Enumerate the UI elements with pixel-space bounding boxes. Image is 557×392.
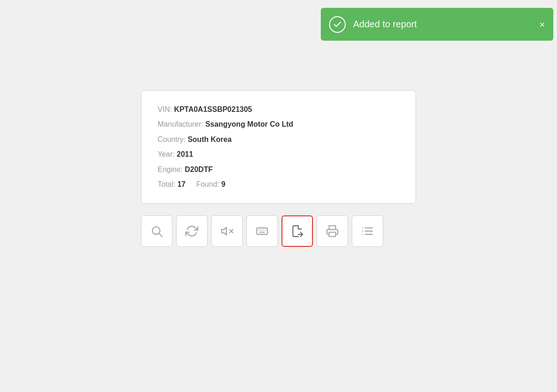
toolbar xyxy=(141,215,383,247)
total-value: 17 xyxy=(178,180,186,188)
country-label: Country: xyxy=(158,135,185,143)
svg-line-1 xyxy=(159,233,162,236)
svg-rect-12 xyxy=(329,232,336,236)
toast-notification: Added to report × xyxy=(321,8,553,41)
search-icon xyxy=(150,225,163,238)
list-icon xyxy=(361,225,374,238)
refresh-button[interactable] xyxy=(176,215,208,247)
check-circle-icon xyxy=(329,16,346,33)
vin-row: VIN: KPTA0A1SSBP021305 xyxy=(158,104,399,115)
toast-close-button[interactable]: × xyxy=(539,20,545,29)
keyboard-icon xyxy=(256,225,269,238)
refresh-icon xyxy=(185,225,198,238)
svg-rect-5 xyxy=(257,228,267,234)
print-button[interactable] xyxy=(317,215,348,247)
search-button[interactable] xyxy=(141,215,172,247)
total-label: Total: xyxy=(158,180,175,188)
found-label: Found: xyxy=(196,180,219,188)
manufacturer-value: Ssangyong Motor Co Ltd xyxy=(205,120,293,128)
manufacturer-row: Manufacturer: Ssangyong Motor Co Ltd xyxy=(158,119,399,129)
manufacturer-label: Manufacturer: xyxy=(158,120,203,128)
engine-label: Engine: xyxy=(158,165,183,173)
engine-row: Engine: D20DTF xyxy=(158,165,399,175)
add-to-report-button[interactable] xyxy=(282,215,313,247)
engine-value: D20DTF xyxy=(185,165,213,173)
vehicle-info-card: VIN: KPTA0A1SSBP021305 Manufacturer: Ssa… xyxy=(141,90,416,204)
year-value: 2011 xyxy=(177,150,193,158)
country-row: Country: South Korea xyxy=(158,135,399,145)
vin-value: KPTA0A1SSBP021305 xyxy=(174,105,252,113)
vin-label: VIN: xyxy=(158,105,172,113)
mute-icon xyxy=(220,225,233,238)
toast-message: Added to report xyxy=(353,19,532,30)
print-icon xyxy=(326,225,339,238)
year-row: Year: 2011 xyxy=(158,149,399,159)
mute-button[interactable] xyxy=(211,215,243,247)
add-report-icon xyxy=(291,225,304,238)
total-found-row: Total: 17 Found: 9 xyxy=(158,179,399,190)
keyboard-button[interactable] xyxy=(246,215,278,247)
year-label: Year: xyxy=(158,150,175,158)
svg-marker-2 xyxy=(221,227,226,235)
found-value: 9 xyxy=(221,180,226,188)
list-button[interactable] xyxy=(352,215,383,247)
country-value: South Korea xyxy=(188,135,232,143)
